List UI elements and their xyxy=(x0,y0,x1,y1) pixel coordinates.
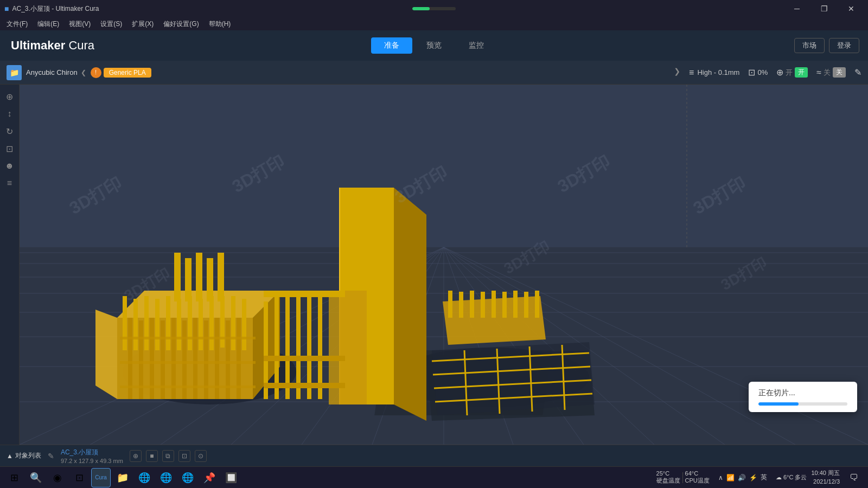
weather-datetime: ☁ 6°C 多云 10:40 周五 2021/12/3 xyxy=(776,469,840,486)
menu-settings[interactable]: 设置(S) xyxy=(96,18,126,30)
menu-help[interactable]: 帮助(H) xyxy=(205,18,235,30)
obj-action-delete[interactable]: ■ xyxy=(146,450,158,462)
svg-line-15 xyxy=(302,247,444,445)
taskbar-browser1[interactable]: 🌐 xyxy=(135,468,154,487)
svg-rect-34 xyxy=(166,296,170,350)
settings-edit-icon[interactable]: ✎ xyxy=(854,67,861,78)
svg-rect-46 xyxy=(171,318,176,399)
svg-line-19 xyxy=(444,247,584,445)
marketplace-button[interactable]: 市场 xyxy=(794,38,825,53)
profile-expand-icon[interactable]: ❮ xyxy=(674,68,680,77)
machine-selector[interactable]: Anycubic Chiron ❮ xyxy=(26,68,86,76)
select-tool[interactable]: ⊕ xyxy=(2,89,17,104)
adhesion-setting[interactable]: ≈ 关 关 xyxy=(816,67,846,78)
material-selector[interactable]: Generic PLA xyxy=(104,68,151,78)
adhesion-label: 关 xyxy=(824,68,831,78)
taskbar-widgets[interactable]: ⊡ xyxy=(69,468,89,487)
obj-action-add[interactable]: ⊕ xyxy=(130,450,142,462)
taskbar-browser2[interactable]: 🌐 xyxy=(156,468,176,487)
cpu-temp: 64°C CPU温度 xyxy=(685,470,710,485)
profile-selector[interactable]: ≡ High - 0.1mm xyxy=(689,68,739,78)
start-button[interactable]: ⊞ xyxy=(4,468,24,487)
restore-button[interactable]: ❐ xyxy=(812,0,837,17)
svg-rect-0 xyxy=(20,85,868,445)
scale-tool[interactable]: ⊡ xyxy=(2,141,17,156)
svg-rect-42 xyxy=(128,318,132,399)
language-indicator[interactable]: 英 xyxy=(761,473,767,482)
svg-rect-39 xyxy=(220,296,225,348)
support-setting[interactable]: ⊕ 开 开 xyxy=(776,67,808,78)
menu-file[interactable]: 文件(F) xyxy=(2,18,32,30)
svg-rect-91 xyxy=(502,292,507,318)
open-folder-icon[interactable]: 📁 xyxy=(7,65,22,80)
obj-action-copy[interactable]: ⧉ xyxy=(162,450,174,462)
svg-rect-40 xyxy=(231,296,235,350)
battery-icon[interactable]: ⚡ xyxy=(749,474,757,481)
titlebar-controls[interactable]: ─ ❐ ✕ xyxy=(784,0,864,17)
obj-action-settings[interactable]: ⊙ xyxy=(195,450,207,462)
svg-line-83 xyxy=(529,346,532,412)
toolbar: 📁 Anycubic Chiron ❮ ! Generic PLA ❮ ≡ Hi… xyxy=(0,61,868,85)
slice-progress-fill xyxy=(758,402,799,406)
svg-text:3D打印: 3D打印 xyxy=(229,151,288,196)
network-icon[interactable]: 📶 xyxy=(726,474,735,481)
minimize-button[interactable]: ─ xyxy=(784,0,809,17)
svg-rect-44 xyxy=(150,318,154,399)
mirror-tool[interactable]: ☻ xyxy=(2,158,17,174)
tab-preview[interactable]: 预览 xyxy=(413,37,455,54)
svg-rect-43 xyxy=(139,320,143,399)
taskbar-pinned[interactable]: 📌 xyxy=(200,468,219,487)
search-taskbar[interactable]: 🔍 xyxy=(26,468,46,487)
svg-rect-61 xyxy=(218,253,224,301)
menu-extensions[interactable]: 扩展(X) xyxy=(127,18,158,30)
svg-rect-70 xyxy=(296,293,301,399)
svg-rect-90 xyxy=(492,291,496,318)
svg-line-81 xyxy=(464,350,467,415)
menu-edit[interactable]: 编辑(E) xyxy=(33,18,63,30)
svg-rect-26 xyxy=(374,350,552,415)
translate-tool[interactable]: ↕ xyxy=(2,106,17,121)
taskbar-app2[interactable]: 🔲 xyxy=(221,468,241,487)
svg-rect-86 xyxy=(448,291,452,318)
taskbar: ⊞ 🔍 ◉ ⊡ Cura 📁 🌐 🌐 🌐 📌 🔲 25°C 硬盘温度 64°C … xyxy=(0,466,868,488)
svg-marker-85 xyxy=(443,296,546,345)
svg-rect-33 xyxy=(155,299,159,350)
svg-rect-59 xyxy=(196,253,202,301)
disk-temp: 25°C 硬盘温度 xyxy=(656,470,680,485)
viewport-svg: 3D打印 3D打印 3D打印 3D打印 3D打印 3D打印 3D打印 3D打印 xyxy=(20,85,868,445)
close-button[interactable]: ✕ xyxy=(839,0,864,17)
svg-line-16 xyxy=(372,247,444,445)
rotate-tool[interactable]: ↻ xyxy=(2,124,17,139)
svg-line-20 xyxy=(444,247,654,445)
login-button[interactable]: 登录 xyxy=(829,38,859,53)
viewport-3d[interactable]: 3D打印 3D打印 3D打印 3D打印 3D打印 3D打印 3D打印 3D打印 … xyxy=(20,85,868,445)
svg-rect-1 xyxy=(20,85,868,247)
infill-setting[interactable]: ⊡ 0% xyxy=(748,67,768,78)
object-list-toggle[interactable]: ▲ 对象列表 xyxy=(7,451,41,460)
nav-tabs: 准备 预览 监控 xyxy=(371,37,497,54)
obj-action-group[interactable]: ⊡ xyxy=(178,450,190,462)
temp-separator xyxy=(682,472,683,483)
toolbar-right: ❮ ≡ High - 0.1mm ⊡ 0% ⊕ 开 开 ≈ 关 关 ✎ xyxy=(674,67,861,78)
svg-rect-31 xyxy=(133,299,138,350)
svg-rect-35 xyxy=(177,299,181,350)
svg-text:3D打印: 3D打印 xyxy=(392,162,451,207)
tray-expand-icon[interactable]: ∧ xyxy=(718,474,723,481)
tab-prepare[interactable]: 准备 xyxy=(371,37,412,54)
svg-marker-63 xyxy=(394,188,426,421)
titlebar-title: AC_3.小屋顶 - Ultimaker Cura xyxy=(12,4,99,14)
tab-monitor[interactable]: 监控 xyxy=(456,37,497,54)
svg-rect-67 xyxy=(264,301,268,399)
taskbar-files[interactable]: 📁 xyxy=(113,468,132,487)
menu-preferences[interactable]: 偏好设置(G) xyxy=(159,18,203,30)
clock[interactable]: 10:40 周五 2021/12/3 xyxy=(811,469,840,486)
taskbar-browser3[interactable]: 🌐 xyxy=(178,468,197,487)
machine-name: Anycubic Chiron xyxy=(26,68,78,76)
edit-pencil-icon: ✎ xyxy=(48,452,54,460)
support-tool[interactable]: ≡ xyxy=(2,176,17,191)
volume-icon[interactable]: 🔊 xyxy=(738,474,746,481)
task-view[interactable]: ◉ xyxy=(48,468,67,487)
menu-view[interactable]: 视图(V) xyxy=(65,18,95,30)
taskbar-cura[interactable]: Cura xyxy=(91,468,111,487)
notification-icon[interactable]: 🗨 xyxy=(844,468,864,487)
